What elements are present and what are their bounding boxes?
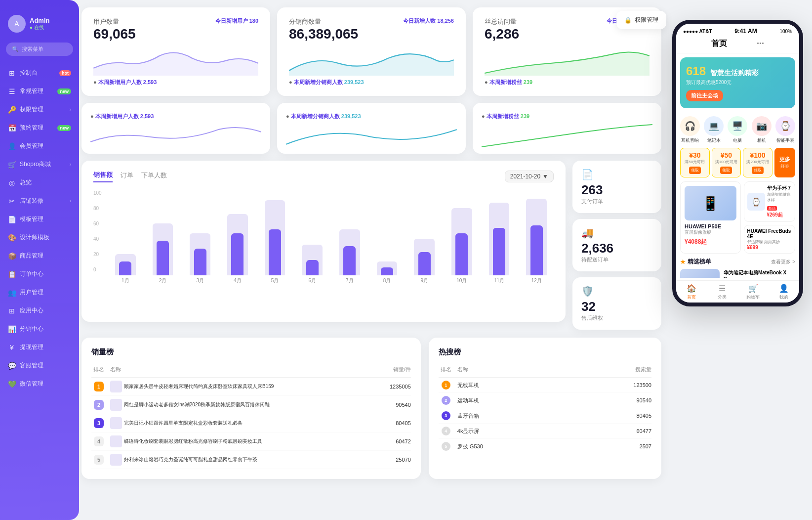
tab-buyers[interactable]: 下单人数 (141, 171, 167, 182)
bar-month-label: 9月 (420, 277, 428, 284)
hs-name-header: 名称 (457, 366, 613, 373)
bar-light (489, 203, 510, 275)
sidebar-item-orders[interactable]: 📋 订单中心 (0, 265, 79, 283)
top-stats-row: 用户数量 69,065 今日新增用户 180 ● 本周新增用户人数 2,593 (81, 7, 661, 96)
aftersale-label: 售后维权 (581, 314, 652, 322)
phone-content: 618 智慧生活购精彩 预订最高优惠5200元 前往主会场 🎧 耳机音响 💻 笔… (676, 53, 799, 278)
coupon-50[interactable]: ¥50 满100元可用 领取 (712, 148, 741, 177)
shopro-icon: 🛒 (8, 161, 16, 169)
coupon-100-btn[interactable]: 领取 (752, 167, 764, 174)
users-stat-card: 用户数量 69,065 今日新增用户 180 ● 本周新增用户人数 2,593 (81, 7, 270, 96)
sidebar-search[interactable]: 🔍 搜索菜单 (6, 43, 73, 56)
tab-orders[interactable]: 订单 (121, 171, 133, 182)
product-band7[interactable]: ⌚ 华为手环 7 超薄智能健康水样 新品 ¥269起 (744, 181, 796, 222)
cat-watch[interactable]: ⌚ 智能手表 (775, 116, 795, 144)
apps-icon: ⊞ (8, 307, 16, 315)
sidebar-item-console[interactable]: ⊞ 控制台 hot (0, 64, 79, 82)
coupon-100[interactable]: ¥100 满200元可用 领取 (743, 148, 772, 177)
selection-product-row: 💻 华为笔记本电脑MateBook X Pro 全面屏超级性能 满50减10 (680, 269, 795, 278)
phone-nav-bar: 首页 ··· (676, 37, 799, 53)
bar-dark (381, 267, 393, 275)
hs-count-cell: 2507 (617, 443, 651, 449)
aftersale-value: 32 (581, 299, 652, 314)
sidebar-label-members: 会员管理 (20, 142, 43, 150)
sidebar-item-distribution[interactable]: 📊 分销中心 (0, 320, 79, 338)
product-band7-sub: 超薄智能健康水样 (767, 192, 792, 203)
fans-stat-value: 6,286 (485, 26, 519, 42)
product-freebuds[interactable]: HUAWEI FreeBuds 4E 舒适降噪 如如其妙 ¥699 (744, 225, 796, 254)
banner-btn[interactable]: 前往主会场 (686, 90, 723, 101)
coupon-30-btn[interactable]: 领取 (689, 167, 701, 174)
sidebar-item-wechat[interactable]: 💚 微信管理 (0, 375, 79, 393)
selections-more[interactable]: 查看更多 > (771, 259, 795, 265)
cat-laptop[interactable]: 💻 笔记本 (704, 116, 724, 144)
hs-name-cell: 运动耳机 (457, 397, 613, 404)
chevron-icon: › (70, 107, 71, 112)
cat-computer[interactable]: 🖥️ 电脑 (728, 116, 747, 144)
sidebar-label-shopro: Shopro商城 (20, 160, 51, 169)
sidebar-label-general: 常规管理 (20, 87, 43, 95)
sidebar-item-general[interactable]: ☰ 常规管理 new (0, 82, 79, 100)
sidebar-label-permissions: 权限管理 (20, 105, 43, 114)
product-p50e[interactable]: 📱 HUAWEI P50E 直屏影像旗舰 ¥4088起 (680, 181, 741, 254)
hot-search-title: 热搜榜 (439, 347, 651, 357)
users-mini-chart-2 (90, 122, 261, 147)
bar-dark (269, 229, 281, 275)
product-thumb (110, 399, 122, 411)
cat-label-camera: 相机 (757, 137, 766, 144)
date-picker[interactable]: 2021-10-20 ▼ (505, 171, 554, 182)
bar-dark (418, 252, 431, 275)
permission-card: 🔒 权限管理 (616, 11, 666, 29)
coupon-50-btn[interactable]: 领取 (720, 167, 732, 174)
phone-nav-profile[interactable]: 👤 我的 (769, 284, 799, 301)
selections-title: 精选榜单 (688, 258, 711, 266)
coupon-30[interactable]: ¥30 满50元可用 领取 (680, 148, 710, 177)
name-cell: 网红是脚小运动老爹鞋女ins潮2020秋季新款韩版原宿风百搭休闲鞋 (110, 399, 367, 411)
sidebar-item-apps[interactable]: ⊞ 应用中心 (0, 302, 79, 320)
sidebar-label-users: 用户管理 (20, 288, 43, 297)
sidebar-item-permissions[interactable]: 🔑 权限管理 › (0, 100, 79, 119)
sidebar-item-products[interactable]: 📦 商品管理 (0, 247, 79, 265)
members-icon: 👤 (8, 142, 16, 150)
sidebar-item-designer[interactable]: 🎨 设计师模板 (0, 228, 79, 247)
sidebar-item-members[interactable]: 👤 会员管理 (0, 137, 79, 155)
bar-dark (530, 225, 543, 275)
sidebar-item-users[interactable]: 👥 用户管理 (0, 283, 79, 302)
hs-count-header: 搜索量 (617, 366, 651, 373)
profile-nav-label: 我的 (779, 294, 788, 301)
appointments-icon: 📅 (8, 124, 16, 132)
phone-nav-cart[interactable]: 🛒 购物车 (738, 284, 769, 301)
sidebar-item-withdraw[interactable]: ¥ 提现管理 (0, 338, 79, 356)
phone-nav-categories[interactable]: ☰ 分类 (707, 284, 737, 301)
product-thumb (110, 435, 122, 447)
more-coupons-label: 更多 (776, 156, 794, 163)
bar-dark (493, 228, 505, 275)
phone-nav-home[interactable]: 🏠 首页 (676, 284, 707, 301)
selections-title-row: ★ 精选榜单 (680, 258, 711, 266)
bar-group: 11月 (482, 199, 517, 284)
more-coupons[interactable]: 更多 好券 (774, 148, 795, 177)
cat-camera[interactable]: 📷 相机 (752, 116, 771, 144)
selection-product-info: 华为笔记本电脑MateBook X Pro 全面屏超级性能 满50减10 (724, 269, 795, 278)
product-name: 蝶语诗化妆刷套装眼彩腮红散粉高光修容刷子粉底层刷美妆工具 (124, 438, 262, 445)
new-badge-appt: new (57, 125, 71, 131)
sidebar-item-templates[interactable]: 📄 模板管理 (0, 210, 79, 228)
sidebar-item-shopro[interactable]: 🛒 Shopro商城 › (0, 155, 79, 173)
cat-headphones[interactable]: 🎧 耳机音响 (680, 116, 700, 144)
hs-rank-cell: 5 (439, 442, 453, 451)
main-dashboard: 用户数量 69,065 今日新增用户 180 ● 本周新增用户人数 2,593 (81, 7, 661, 513)
tab-sales[interactable]: 销售额 (93, 171, 113, 182)
sidebar-item-overview[interactable]: ◎ 总览 (0, 173, 79, 192)
sidebar-item-decor[interactable]: ✂ 店铺装修 › (0, 192, 79, 210)
sidebar-item-appointments[interactable]: 📅 预约管理 new (0, 119, 79, 137)
fans-stat-title: 丝总访问量 (485, 17, 519, 26)
product-band7-info: 华为手环 7 超薄智能健康水样 新品 ¥269起 (767, 185, 792, 218)
product-thumb (110, 454, 122, 466)
bar-group: 7月 (332, 199, 367, 284)
cat-label-headphones: 耳机音响 (681, 137, 699, 144)
lock-icon: 🔒 (624, 17, 632, 24)
banner: 618 智慧生活购精彩 预订最高优惠5200元 前往主会场 (680, 57, 795, 108)
user-profile[interactable]: A Admin ● 在线 (0, 10, 79, 43)
sidebar-item-service[interactable]: 💬 客服管理 (0, 356, 79, 375)
distributors-stat-card: 分销商数量 86,389,065 今日新增人数 18,256 ● 本周新增分销商… (277, 7, 466, 96)
